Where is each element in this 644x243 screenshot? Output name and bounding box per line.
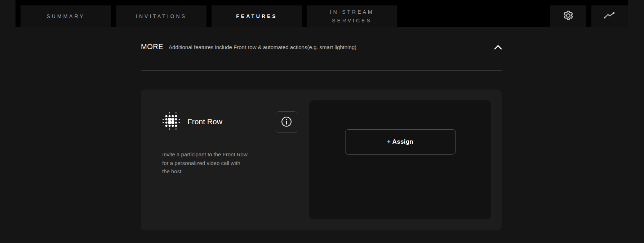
info-icon: [281, 116, 292, 129]
chevron-up-icon: [494, 45, 502, 51]
tab-invitations[interactable]: INVITATIONS: [116, 5, 206, 27]
tab-strip: SUMMARY INVITATIONS FEATURES IN-STREAM S…: [15, 0, 628, 27]
tab-summary-label: SUMMARY: [46, 13, 85, 19]
feature-description: Invite a participant to the Front Row fo…: [162, 150, 249, 176]
section-divider: [141, 70, 502, 71]
collapse-section-button[interactable]: [493, 44, 503, 51]
tab-invitations-label: INVITATIONS: [136, 13, 187, 19]
tab-in-stream-services-label: IN-STREAM SERVICES: [321, 8, 383, 25]
gear-icon: [562, 9, 574, 23]
assign-button[interactable]: + Assign: [345, 129, 456, 155]
trend-line-icon: [603, 12, 616, 21]
tab-summary[interactable]: SUMMARY: [21, 5, 111, 27]
tab-in-stream-services[interactable]: IN-STREAM SERVICES: [307, 5, 397, 27]
section-subtitle: Additional features include Front row & …: [169, 44, 356, 50]
analytics-button[interactable]: [591, 5, 628, 27]
tab-features-label: FEATURES: [236, 13, 277, 19]
assignment-panel: + Assign: [309, 100, 491, 219]
feature-title: Front Row: [187, 117, 222, 126]
settings-button[interactable]: [550, 5, 586, 27]
more-section-header: MORE Additional features include Front r…: [141, 43, 502, 51]
feature-info-button[interactable]: [276, 111, 297, 133]
tab-features[interactable]: FEATURES: [212, 5, 302, 27]
front-row-feature-card: Front Row Invite a participant to the Fr…: [141, 90, 502, 230]
page: SUMMARY INVITATIONS FEATURES IN-STREAM S…: [0, 0, 644, 243]
front-row-dots-icon: [161, 111, 181, 132]
section-title: MORE: [141, 43, 163, 51]
feature-header: Front Row: [161, 112, 222, 131]
